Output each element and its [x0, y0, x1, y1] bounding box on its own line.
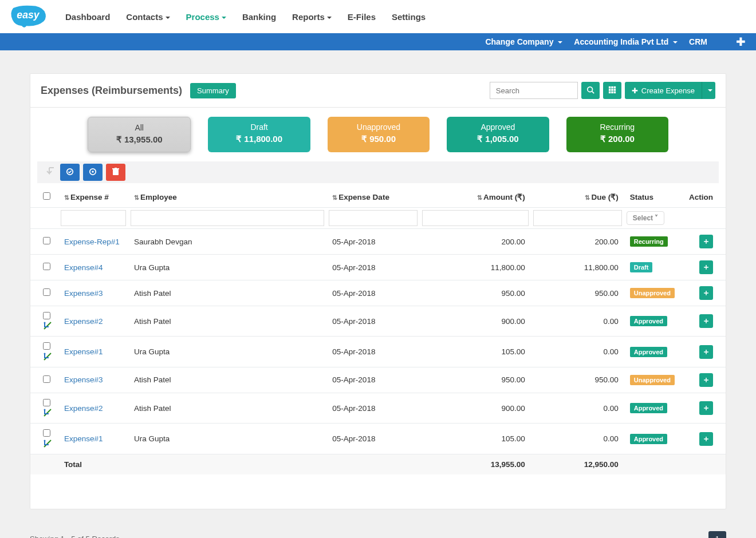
svg-rect-15: [113, 169, 119, 175]
status-filter-select[interactable]: Select ˅: [627, 211, 665, 225]
caret-down-icon: [222, 17, 226, 19]
expense-due: 0.00: [531, 337, 624, 367]
bulk-approve-button[interactable]: [60, 164, 80, 181]
row-checkbox[interactable]: [43, 342, 50, 350]
expense-amount: 200.00: [420, 229, 531, 255]
page-number[interactable]: 1: [708, 531, 726, 538]
paid-icon: [43, 439, 52, 448]
expense-link[interactable]: Expense#2: [64, 404, 103, 413]
create-expense-dropdown[interactable]: [702, 82, 715, 99]
expense-due: 0.00: [531, 424, 624, 454]
row-action-button[interactable]: ＋: [699, 286, 713, 300]
filter-amount[interactable]: [422, 210, 529, 226]
expense-link[interactable]: Expense#4: [64, 263, 103, 272]
nav-contacts[interactable]: Contacts: [126, 12, 170, 22]
row-action-button[interactable]: ＋: [699, 401, 713, 415]
svg-rect-7: [611, 89, 613, 91]
record-count-text: Showing 1 - 5 of 5 Records: [30, 535, 120, 538]
row-action-button[interactable]: ＋: [699, 314, 713, 328]
row-action-button[interactable]: ＋: [699, 260, 713, 274]
nav-efiles[interactable]: E-Files: [348, 12, 376, 22]
tab-draft[interactable]: Draft ₹ 11,800.00: [208, 117, 310, 152]
table-total-row: Total 13,955.00 12,950.00: [30, 454, 726, 474]
svg-rect-6: [609, 89, 611, 91]
employee-name: Ura Gupta: [128, 424, 326, 454]
col-amount[interactable]: ⇅Amount (₹): [420, 187, 531, 208]
col-due[interactable]: ⇅Due (₹): [531, 187, 624, 208]
nav-reports[interactable]: Reports: [292, 12, 332, 22]
grid-view-button[interactable]: [603, 82, 621, 99]
row-checkbox[interactable]: [43, 237, 50, 244]
row-checkbox[interactable]: [43, 312, 50, 319]
bulk-delete-button[interactable]: [106, 164, 125, 181]
quick-add-button[interactable]: ✚: [736, 35, 746, 49]
table-row: Expense#2 Atish Patel 05-Apr-2018 900.00…: [30, 306, 726, 337]
table-row: Expense#1 Ura Gupta 05-Apr-2018 105.00 0…: [30, 424, 726, 454]
company-switcher[interactable]: Accounting India Pvt Ltd: [574, 37, 678, 46]
col-action: Action: [683, 187, 726, 208]
col-date[interactable]: ⇅Expense Date: [326, 187, 420, 208]
expense-link[interactable]: Expense#3: [64, 375, 103, 384]
filter-date[interactable]: [329, 210, 418, 226]
plus-icon: ✚: [632, 86, 638, 95]
bulk-action-button[interactable]: [83, 164, 103, 181]
expense-date: 05-Apr-2018: [326, 424, 420, 454]
expense-link[interactable]: Expense#3: [64, 289, 103, 298]
back-arrow-icon: [44, 164, 57, 181]
row-checkbox[interactable]: [43, 429, 50, 437]
col-expense-no[interactable]: ⇅Expense #: [58, 187, 128, 208]
row-action-button[interactable]: ＋: [699, 432, 713, 446]
row-checkbox[interactable]: [43, 399, 50, 406]
tab-unapproved[interactable]: Unapproved ₹ 950.00: [328, 117, 430, 152]
caret-down-icon: [673, 41, 678, 43]
row-action-button[interactable]: ＋: [699, 235, 713, 248]
tab-recurring[interactable]: Recurring ₹ 200.00: [566, 117, 668, 152]
crm-link[interactable]: CRM: [689, 37, 707, 46]
trash-icon: [112, 168, 119, 177]
expense-link[interactable]: Expense#1: [64, 347, 103, 356]
brand-logo[interactable]: easy: [8, 3, 48, 30]
caret-down-icon: [558, 41, 562, 43]
paid-icon: [43, 321, 52, 330]
svg-rect-3: [609, 86, 611, 88]
expense-amount: 900.00: [420, 306, 531, 337]
expense-amount: 105.00: [420, 424, 531, 454]
row-checkbox[interactable]: [43, 288, 50, 296]
expense-amount: 950.00: [420, 367, 531, 393]
row-action-button[interactable]: ＋: [699, 345, 713, 359]
paid-icon: [43, 408, 52, 417]
nav-dashboard[interactable]: Dashboard: [65, 12, 110, 22]
table-row: Expense#3 Atish Patel 05-Apr-2018 950.00…: [30, 280, 726, 306]
nav-banking[interactable]: Banking: [242, 12, 276, 22]
change-company-dropdown[interactable]: Change Company: [485, 37, 562, 46]
bulk-toolbar: [37, 161, 719, 183]
expense-link[interactable]: Expense#2: [64, 317, 103, 326]
row-action-button[interactable]: ＋: [699, 373, 713, 387]
expense-link[interactable]: Expense-Rep#1: [64, 238, 120, 246]
nav-process[interactable]: Process: [186, 12, 226, 22]
expense-amount: 900.00: [420, 393, 531, 423]
tab-all[interactable]: All ₹ 13,955.00: [88, 117, 191, 152]
filter-employee[interactable]: [131, 210, 324, 226]
summary-button[interactable]: Summary: [190, 83, 236, 98]
tab-approved[interactable]: Approved ₹ 1,005.00: [447, 117, 549, 152]
svg-point-18: [44, 322, 46, 324]
employee-name: Atish Patel: [128, 306, 326, 337]
expense-link[interactable]: Expense#1: [64, 434, 103, 443]
nav-settings[interactable]: Settings: [392, 12, 426, 22]
create-expense-button[interactable]: ✚Create Expense: [625, 82, 702, 99]
filter-expense-no[interactable]: [61, 210, 126, 226]
expense-due: 950.00: [531, 367, 624, 393]
row-checkbox[interactable]: [43, 263, 50, 270]
table-row: Expense#4 Ura Gupta 05-Apr-2018 11,800.0…: [30, 255, 726, 280]
select-all-checkbox[interactable]: [43, 192, 50, 200]
filter-due[interactable]: [533, 210, 622, 226]
expense-date: 05-Apr-2018: [326, 367, 420, 393]
employee-name: Ura Gupta: [128, 255, 326, 280]
search-input[interactable]: [490, 82, 578, 99]
col-employee[interactable]: ⇅Employee: [128, 187, 326, 208]
employee-name: Atish Patel: [128, 367, 326, 393]
search-button[interactable]: [581, 82, 600, 99]
row-checkbox[interactable]: [43, 375, 50, 383]
svg-point-21: [44, 440, 46, 441]
